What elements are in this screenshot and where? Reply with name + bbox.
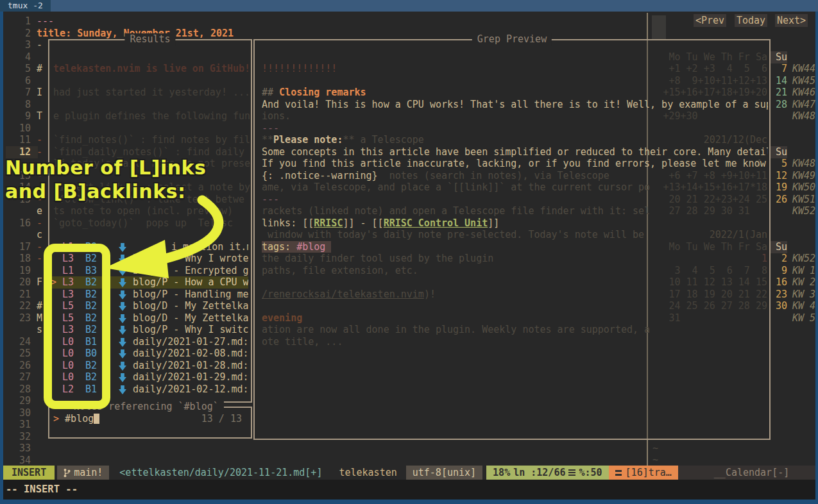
down-arrow-icon (119, 373, 126, 382)
calendar-today-button[interactable]: Today (735, 14, 767, 27)
buffer-text: --- (37, 15, 54, 28)
column-indicator: %:50 (579, 466, 602, 480)
down-arrow-icon (119, 385, 126, 394)
calendar-sunday[interactable]: 28 (770, 99, 787, 111)
prompt-panel[interactable]: Notes referencing `#blog` > #blog 13 / 1… (48, 407, 252, 439)
line-number: 21 (3, 289, 31, 301)
down-arrow-icon (119, 243, 126, 252)
line-number: 25 (3, 348, 31, 360)
result-title: daily/2021-02-08.md:8: (133, 348, 248, 360)
vim-window: 1---2title: Sunday, November 21st, 20213… (3, 12, 815, 500)
annotation-text-line1: Number of [L]inks (5, 156, 206, 180)
results-panel-title: Results (124, 33, 175, 46)
line-indicator: ln :12/66 (513, 466, 565, 480)
git-branch-icon (64, 468, 71, 478)
prompt-input[interactable]: > #blog (53, 413, 99, 425)
calendar-prev-button[interactable]: <Prev (694, 14, 726, 27)
calendar-sunday[interactable]: 2 (770, 253, 787, 265)
down-arrow-icon (119, 255, 126, 264)
line-number: 5 (3, 63, 31, 75)
whitespace-warning-segment: [16]tra… (609, 466, 678, 480)
down-arrow-icon (119, 326, 126, 335)
calendar-sunday[interactable]: 9 (770, 265, 787, 277)
calendar-sunday[interactable]: 19 (770, 181, 787, 194)
line-number: 26 (3, 360, 31, 372)
line-number: 19 (3, 265, 31, 277)
calendar-sunday[interactable]: 5 (770, 158, 787, 170)
calendar-week-number: KW 3 (792, 289, 815, 301)
calendar-week-number: KW 5 (792, 312, 815, 324)
line-number: 16 (3, 217, 31, 230)
line-number: 8 (3, 99, 31, 111)
calendar-sunday[interactable]: 26 (770, 194, 787, 206)
calendar-sunday[interactable]: 7 (770, 63, 787, 75)
line-number: 27 (3, 371, 31, 383)
line-number: 7 (3, 87, 31, 99)
prompt-query-text: #blog (65, 413, 94, 424)
results-counter: 13 / 13 (201, 413, 242, 425)
line-number: 3 (3, 39, 31, 51)
statusline: INSERT main! <ettelkasten/daily/2021-11-… (3, 466, 815, 480)
empty-line-tilde: ~ (652, 454, 658, 466)
calendar-sunday[interactable]: 14 (770, 75, 787, 87)
text-cursor (94, 414, 99, 424)
line-number: 22 (3, 300, 31, 312)
calendar-statusline: __Calendar[-] (678, 466, 815, 480)
calendar-sunday[interactable]: Su (770, 241, 787, 253)
down-arrow-icon (119, 338, 126, 347)
grep-preview-title: Grep Preview (472, 33, 552, 46)
git-branch-label: main! (74, 466, 103, 480)
prompt-caret: > (53, 413, 65, 424)
encoding-segment: utf-8[unix] (406, 466, 482, 480)
buffer-text: c (37, 229, 42, 241)
calendar-week-number: KW48 (792, 110, 815, 122)
line-number: 17 (3, 241, 31, 253)
line-number: 28 (3, 383, 31, 396)
calendar-week-number: KW50 (792, 181, 815, 194)
calendar-sunday[interactable]: Su (770, 51, 787, 63)
calendar-sunday[interactable]: 16 (770, 276, 787, 289)
down-arrow-icon (119, 290, 126, 299)
buffer-text: - (37, 241, 42, 253)
calendar-week-number: KW49 (792, 170, 815, 182)
result-title: blog/P - How a CPU wor (133, 276, 248, 289)
down-arrow-icon (119, 349, 126, 358)
line-number: 31 (3, 419, 31, 431)
line-number: 9 (3, 110, 31, 122)
calendar-week-number: KW52 (792, 205, 815, 217)
scrollbar-thumb[interactable] (652, 15, 666, 40)
line-number: 2 (3, 28, 31, 40)
result-title: daily/2021-01-28.md:10 (133, 360, 248, 372)
buffer-text: - (37, 253, 42, 265)
buffer-text: - (37, 134, 42, 146)
plugin-name: telekasten (339, 466, 396, 480)
line-number: 6 (3, 75, 31, 87)
down-arrow-icon (119, 267, 126, 276)
tmux-statusbar: tmux -2 (0, 0, 818, 12)
calendar-week-number: KW45 (792, 75, 815, 87)
line-number: 29 (3, 395, 31, 407)
result-title: i mention it.md:8: (171, 241, 248, 253)
result-title: daily/2021-01-27.md:6: (133, 336, 248, 348)
calendar-week-number: KW44 (792, 63, 815, 75)
position-segment: 18% ln :12/66 %:50 (486, 466, 609, 480)
line-number: 4 (3, 51, 31, 63)
calendar-sunday[interactable]: 12 (770, 170, 787, 182)
annotation-highlight-box (44, 244, 110, 409)
line-number: 33 (3, 442, 31, 455)
line-number: 10 (3, 122, 31, 135)
calendar-week-number: KW47 (792, 99, 815, 111)
calendar-sunday[interactable]: 23 (770, 289, 787, 301)
calendar-sunday[interactable]: Su (770, 146, 787, 158)
calendar-next-button[interactable]: Next> (775, 14, 808, 27)
grep-preview-panel: Grep Preview (253, 39, 771, 440)
git-branch-segment: main! (57, 466, 109, 480)
calendar-week-number: KW 2 (792, 276, 815, 289)
buffer-text: - (37, 217, 42, 230)
calendar-sunday[interactable]: 30 (770, 300, 787, 312)
calendar-sunday[interactable]: 21 (770, 87, 787, 99)
line-number: 30 (3, 407, 31, 419)
result-title: blog/D - My Zettelkast (133, 312, 248, 324)
calendar-week-number: KW 1 (792, 265, 815, 277)
line-number: 24 (3, 336, 31, 348)
